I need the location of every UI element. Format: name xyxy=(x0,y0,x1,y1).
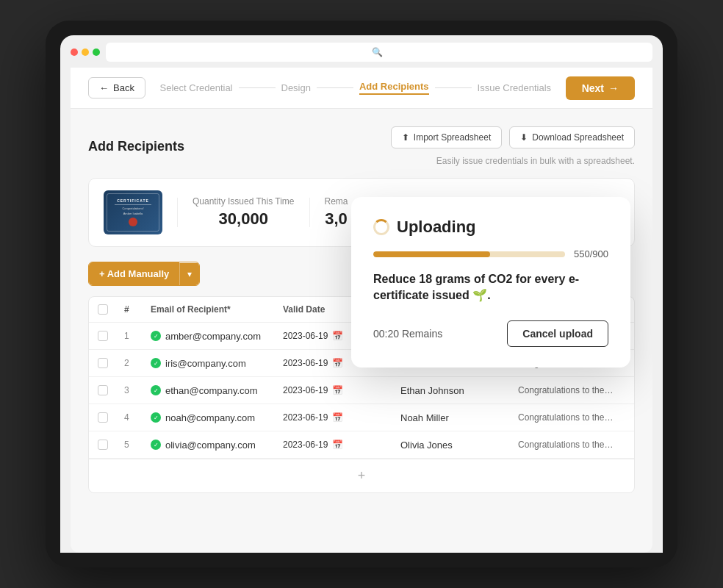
row-5-email-cell: ✓ olivia@company.com xyxy=(151,440,283,451)
row-1-num: 1 xyxy=(124,331,151,341)
step-line-1 xyxy=(239,87,276,88)
download-spreadsheet-button[interactable]: ⬇ Download Spreadsheet xyxy=(509,126,635,148)
row-4-msg1: Congratulations to the… xyxy=(518,412,621,423)
chevron-down-icon: ▾ xyxy=(187,269,192,279)
row-4-email-cell: ✓ noah@company.com xyxy=(151,412,283,423)
step-issue-credentials[interactable]: Issue Credentials xyxy=(478,82,551,93)
stat-divider-2 xyxy=(309,198,310,227)
next-label: Next xyxy=(582,82,604,94)
row-2-email-cell: ✓ iris@company.com xyxy=(151,358,283,369)
uploading-title: Uploading xyxy=(373,218,608,237)
row-3-date: 2023-06-19 📅 xyxy=(283,385,400,395)
download-icon: ⬇ xyxy=(520,132,528,143)
address-bar[interactable]: 🔍 xyxy=(106,43,652,62)
maximize-dot[interactable] xyxy=(93,49,100,56)
import-icon: ⬆ xyxy=(402,132,409,143)
row-4-email: noah@company.com xyxy=(165,412,255,423)
row-1-email: amber@company.com xyxy=(165,331,261,342)
device-frame: 🔍 ← Back Select Credential Design xyxy=(46,21,677,567)
row-2-verified-icon: ✓ xyxy=(151,358,161,368)
step-line-3 xyxy=(435,87,472,88)
add-manually-button-group: + Add Manually ▾ xyxy=(88,262,200,286)
row-1-verified-icon: ✓ xyxy=(151,331,161,341)
row-5-email: olivia@company.com xyxy=(165,440,256,451)
back-button[interactable]: ← Back xyxy=(88,77,145,98)
row-1-checkbox[interactable] xyxy=(98,331,108,341)
step-add-recipients[interactable]: Add Recipients xyxy=(359,81,429,95)
row-5-name: Olivia Jones xyxy=(400,440,518,451)
minimize-dot[interactable] xyxy=(82,49,89,56)
row-4-verified-icon: ✓ xyxy=(151,412,161,423)
back-label: Back xyxy=(113,82,134,93)
calendar-icon: 📅 xyxy=(332,358,343,368)
browser-dots xyxy=(71,49,100,56)
row-4-num: 4 xyxy=(124,412,151,423)
import-label: Import Spreadsheet xyxy=(414,132,491,143)
next-button[interactable]: Next → xyxy=(566,76,635,100)
cancel-upload-button[interactable]: Cancel upload xyxy=(507,320,608,347)
quantity-label: Quantity Issued This Time xyxy=(193,196,295,207)
remaining-stat: Rema 3,0 xyxy=(325,196,348,229)
row-3-checkbox[interactable] xyxy=(98,385,108,395)
stat-divider-1 xyxy=(177,198,178,227)
quantity-stat: Quantity Issued This Time 30,000 xyxy=(193,196,295,229)
uploading-label: Uploading xyxy=(397,218,476,237)
main-content: Add Recipients ⬆ Import Spreadsheet ⬇ Do… xyxy=(71,109,652,511)
header-checkbox-col xyxy=(98,304,124,315)
step-line-2 xyxy=(317,87,353,88)
row-2-num: 2 xyxy=(124,358,151,368)
header-actions: ⬆ Import Spreadsheet ⬇ Download Spreadsh… xyxy=(391,126,635,166)
download-label: Download Spreadsheet xyxy=(532,132,624,143)
row-4-checkbox[interactable] xyxy=(98,412,108,423)
top-nav: ← Back Select Credential Design Add Reci… xyxy=(71,68,652,109)
import-spreadsheet-button[interactable]: ⬆ Import Spreadsheet xyxy=(391,126,502,148)
search-icon: 🔍 xyxy=(372,47,383,57)
progress-bar-fill xyxy=(373,251,490,257)
row-3-msg1: Congratulations to the… xyxy=(518,385,621,395)
select-all-checkbox[interactable] xyxy=(98,304,108,315)
header-email-col: Email of Recipient* xyxy=(151,304,283,315)
header-num-col: # xyxy=(124,304,151,315)
browser-chrome: 🔍 ← Back Select Credential Design xyxy=(60,35,663,553)
header-buttons: ⬆ Import Spreadsheet ⬇ Download Spreadsh… xyxy=(391,126,635,148)
row-3-verified-icon: ✓ xyxy=(151,385,161,395)
row-5-date: 2023-06-19 📅 xyxy=(283,440,400,450)
row-2-checkbox[interactable] xyxy=(98,358,108,368)
table-row: 4 ✓ noah@company.com 2023-06-19 📅 Noah M… xyxy=(89,404,634,431)
remaining-value: 3,0 xyxy=(325,209,348,229)
step-design[interactable]: Design xyxy=(281,82,311,93)
calendar-icon: 📅 xyxy=(332,412,343,423)
steps-bar: Select Credential Design Add Recipients … xyxy=(157,81,554,95)
row-5-num: 5 xyxy=(124,440,151,450)
progress-row: 550/900 xyxy=(373,248,608,259)
back-arrow-icon: ← xyxy=(99,82,109,93)
add-row-button[interactable]: + xyxy=(89,459,634,492)
eco-message: Reduce 18 grams of CO2 for every e-certi… xyxy=(373,271,608,304)
browser-bar: 🔍 xyxy=(71,43,652,62)
row-5-checkbox[interactable] xyxy=(98,440,108,450)
upload-footer: 00:20 Remains Cancel upload xyxy=(373,320,608,347)
close-dot[interactable] xyxy=(71,49,78,56)
app-content: ← Back Select Credential Design Add Reci… xyxy=(71,68,652,553)
row-1-email-cell: ✓ amber@company.com xyxy=(151,331,283,342)
row-3-name: Ethan Johnson xyxy=(400,385,518,396)
step-select-credential[interactable]: Select Credential xyxy=(160,82,233,93)
row-2-email: iris@company.com xyxy=(165,358,246,369)
add-manually-chevron-button[interactable]: ▾ xyxy=(179,263,199,285)
row-4-date: 2023-06-19 📅 xyxy=(283,412,400,423)
time-remaining: 00:20 Remains xyxy=(373,328,442,340)
row-5-msg1: Congratulations to the… xyxy=(518,440,621,450)
table-row: 3 ✓ ethan@company.com 2023-06-19 📅 Ethan… xyxy=(89,377,634,404)
row-4-name: Noah Miller xyxy=(400,412,518,423)
page-title: Add Recipients xyxy=(88,139,184,154)
upload-overlay: Uploading 550/900 Reduce 18 grams of CO2… xyxy=(351,197,630,368)
remaining-label: Rema xyxy=(325,196,348,207)
add-manually-main-button[interactable]: + Add Manually xyxy=(89,262,179,285)
calendar-icon: 📅 xyxy=(332,440,343,450)
upload-spinner xyxy=(373,219,389,235)
calendar-icon: 📅 xyxy=(332,385,343,395)
certificate-thumbnail: CERTIFICATE Congratulations! Amber Isabe… xyxy=(104,190,162,234)
progress-text: 550/900 xyxy=(574,248,608,259)
row-3-email: ethan@company.com xyxy=(165,385,258,396)
calendar-icon: 📅 xyxy=(332,331,343,341)
